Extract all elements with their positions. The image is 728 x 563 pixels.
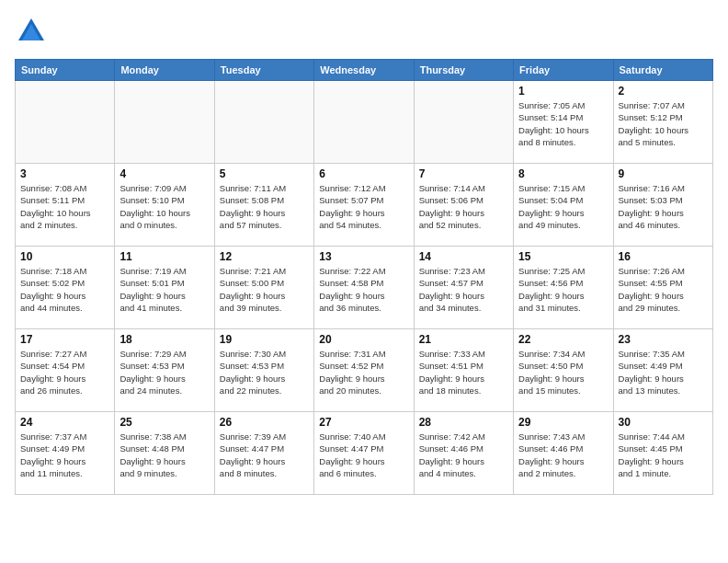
day-cell: 17Sunrise: 7:27 AM Sunset: 4:54 PM Dayli… bbox=[16, 329, 115, 412]
day-number: 30 bbox=[619, 416, 708, 429]
day-info: Sunrise: 7:27 AM Sunset: 4:54 PM Dayligh… bbox=[20, 348, 109, 396]
day-cell bbox=[214, 81, 313, 164]
day-info: Sunrise: 7:34 AM Sunset: 4:50 PM Dayligh… bbox=[518, 348, 608, 396]
day-number: 2 bbox=[619, 85, 708, 98]
day-cell: 6Sunrise: 7:12 AM Sunset: 5:07 PM Daylig… bbox=[314, 164, 414, 247]
day-info: Sunrise: 7:16 AM Sunset: 5:03 PM Dayligh… bbox=[619, 182, 708, 231]
weekday-header: Wednesday bbox=[314, 60, 414, 81]
day-info: Sunrise: 7:44 AM Sunset: 4:45 PM Dayligh… bbox=[619, 431, 708, 479]
day-number: 23 bbox=[619, 333, 708, 346]
day-number: 18 bbox=[119, 333, 209, 346]
weekday-header-row: SundayMondayTuesdayWednesdayThursdayFrid… bbox=[16, 60, 713, 81]
day-number: 3 bbox=[20, 167, 109, 180]
day-number: 29 bbox=[518, 416, 608, 429]
day-info: Sunrise: 7:40 AM Sunset: 4:47 PM Dayligh… bbox=[319, 431, 408, 479]
day-number: 25 bbox=[119, 416, 209, 429]
logo bbox=[15, 15, 53, 48]
day-info: Sunrise: 7:07 AM Sunset: 5:12 PM Dayligh… bbox=[619, 99, 708, 148]
day-info: Sunrise: 7:39 AM Sunset: 4:47 PM Dayligh… bbox=[220, 431, 309, 479]
day-number: 5 bbox=[220, 167, 309, 180]
day-number: 15 bbox=[518, 250, 608, 263]
weekday-header: Thursday bbox=[414, 60, 513, 81]
day-cell: 7Sunrise: 7:14 AM Sunset: 5:06 PM Daylig… bbox=[414, 164, 513, 247]
day-number: 16 bbox=[619, 250, 708, 263]
day-number: 13 bbox=[319, 250, 408, 263]
day-info: Sunrise: 7:12 AM Sunset: 5:07 PM Dayligh… bbox=[319, 182, 408, 231]
day-cell: 14Sunrise: 7:23 AM Sunset: 4:57 PM Dayli… bbox=[414, 247, 513, 329]
day-cell: 15Sunrise: 7:25 AM Sunset: 4:56 PM Dayli… bbox=[514, 247, 613, 329]
week-row: 17Sunrise: 7:27 AM Sunset: 4:54 PM Dayli… bbox=[16, 329, 713, 412]
calendar: SundayMondayTuesdayWednesdayThursdayFrid… bbox=[15, 59, 713, 495]
weekday-header: Tuesday bbox=[214, 60, 313, 81]
day-info: Sunrise: 7:23 AM Sunset: 4:57 PM Dayligh… bbox=[419, 265, 508, 314]
day-info: Sunrise: 7:35 AM Sunset: 4:49 PM Dayligh… bbox=[619, 348, 708, 396]
day-cell: 28Sunrise: 7:42 AM Sunset: 4:46 PM Dayli… bbox=[414, 412, 513, 495]
weekday-header: Sunday bbox=[16, 60, 115, 81]
day-cell: 9Sunrise: 7:16 AM Sunset: 5:03 PM Daylig… bbox=[613, 164, 712, 247]
week-row: 1Sunrise: 7:05 AM Sunset: 5:14 PM Daylig… bbox=[16, 81, 713, 164]
day-cell: 26Sunrise: 7:39 AM Sunset: 4:47 PM Dayli… bbox=[214, 412, 313, 495]
day-number: 24 bbox=[20, 416, 109, 429]
day-cell bbox=[115, 81, 214, 164]
day-cell: 12Sunrise: 7:21 AM Sunset: 5:00 PM Dayli… bbox=[214, 247, 313, 329]
day-cell: 1Sunrise: 7:05 AM Sunset: 5:14 PM Daylig… bbox=[514, 81, 613, 164]
logo-icon bbox=[15, 15, 48, 48]
weekday-header: Friday bbox=[514, 60, 613, 81]
day-cell: 27Sunrise: 7:40 AM Sunset: 4:47 PM Dayli… bbox=[314, 412, 414, 495]
day-info: Sunrise: 7:37 AM Sunset: 4:49 PM Dayligh… bbox=[20, 431, 109, 479]
day-info: Sunrise: 7:18 AM Sunset: 5:02 PM Dayligh… bbox=[20, 265, 109, 314]
day-cell: 24Sunrise: 7:37 AM Sunset: 4:49 PM Dayli… bbox=[16, 412, 115, 495]
day-cell: 4Sunrise: 7:09 AM Sunset: 5:10 PM Daylig… bbox=[115, 164, 214, 247]
day-info: Sunrise: 7:15 AM Sunset: 5:04 PM Dayligh… bbox=[518, 182, 608, 231]
day-cell: 19Sunrise: 7:30 AM Sunset: 4:53 PM Dayli… bbox=[214, 329, 313, 412]
day-cell: 29Sunrise: 7:43 AM Sunset: 4:46 PM Dayli… bbox=[514, 412, 613, 495]
day-info: Sunrise: 7:14 AM Sunset: 5:06 PM Dayligh… bbox=[419, 182, 508, 231]
weekday-header: Saturday bbox=[613, 60, 712, 81]
day-cell: 10Sunrise: 7:18 AM Sunset: 5:02 PM Dayli… bbox=[16, 247, 115, 329]
day-info: Sunrise: 7:09 AM Sunset: 5:10 PM Dayligh… bbox=[119, 182, 209, 231]
day-number: 11 bbox=[119, 250, 209, 263]
day-number: 14 bbox=[419, 250, 508, 263]
day-cell: 25Sunrise: 7:38 AM Sunset: 4:48 PM Dayli… bbox=[115, 412, 214, 495]
day-cell: 22Sunrise: 7:34 AM Sunset: 4:50 PM Dayli… bbox=[514, 329, 613, 412]
day-cell: 2Sunrise: 7:07 AM Sunset: 5:12 PM Daylig… bbox=[613, 81, 712, 164]
day-cell: 20Sunrise: 7:31 AM Sunset: 4:52 PM Dayli… bbox=[314, 329, 414, 412]
day-number: 21 bbox=[419, 333, 508, 346]
day-cell: 16Sunrise: 7:26 AM Sunset: 4:55 PM Dayli… bbox=[613, 247, 712, 329]
day-info: Sunrise: 7:26 AM Sunset: 4:55 PM Dayligh… bbox=[619, 265, 708, 314]
day-info: Sunrise: 7:11 AM Sunset: 5:08 PM Dayligh… bbox=[220, 182, 309, 231]
day-info: Sunrise: 7:29 AM Sunset: 4:53 PM Dayligh… bbox=[119, 348, 209, 396]
day-cell bbox=[314, 81, 414, 164]
day-cell: 18Sunrise: 7:29 AM Sunset: 4:53 PM Dayli… bbox=[115, 329, 214, 412]
day-cell: 5Sunrise: 7:11 AM Sunset: 5:08 PM Daylig… bbox=[214, 164, 313, 247]
day-number: 19 bbox=[220, 333, 309, 346]
day-cell: 23Sunrise: 7:35 AM Sunset: 4:49 PM Dayli… bbox=[613, 329, 712, 412]
day-info: Sunrise: 7:30 AM Sunset: 4:53 PM Dayligh… bbox=[220, 348, 309, 396]
day-number: 12 bbox=[220, 250, 309, 263]
day-info: Sunrise: 7:33 AM Sunset: 4:51 PM Dayligh… bbox=[419, 348, 508, 396]
day-number: 1 bbox=[518, 85, 608, 98]
day-info: Sunrise: 7:21 AM Sunset: 5:00 PM Dayligh… bbox=[220, 265, 309, 314]
day-number: 27 bbox=[319, 416, 408, 429]
day-info: Sunrise: 7:22 AM Sunset: 4:58 PM Dayligh… bbox=[319, 265, 408, 314]
day-number: 8 bbox=[518, 167, 608, 180]
day-info: Sunrise: 7:25 AM Sunset: 4:56 PM Dayligh… bbox=[518, 265, 608, 314]
day-number: 9 bbox=[619, 167, 708, 180]
week-row: 24Sunrise: 7:37 AM Sunset: 4:49 PM Dayli… bbox=[16, 412, 713, 495]
day-cell: 3Sunrise: 7:08 AM Sunset: 5:11 PM Daylig… bbox=[16, 164, 115, 247]
day-cell: 11Sunrise: 7:19 AM Sunset: 5:01 PM Dayli… bbox=[115, 247, 214, 329]
day-number: 6 bbox=[319, 167, 408, 180]
day-cell: 21Sunrise: 7:33 AM Sunset: 4:51 PM Dayli… bbox=[414, 329, 513, 412]
day-cell: 13Sunrise: 7:22 AM Sunset: 4:58 PM Dayli… bbox=[314, 247, 414, 329]
day-info: Sunrise: 7:08 AM Sunset: 5:11 PM Dayligh… bbox=[20, 182, 109, 231]
day-number: 17 bbox=[20, 333, 109, 346]
day-number: 4 bbox=[119, 167, 209, 180]
day-number: 28 bbox=[419, 416, 508, 429]
page-header bbox=[15, 15, 713, 48]
day-info: Sunrise: 7:38 AM Sunset: 4:48 PM Dayligh… bbox=[119, 431, 209, 479]
day-info: Sunrise: 7:31 AM Sunset: 4:52 PM Dayligh… bbox=[319, 348, 408, 396]
day-cell bbox=[414, 81, 513, 164]
day-info: Sunrise: 7:42 AM Sunset: 4:46 PM Dayligh… bbox=[419, 431, 508, 479]
day-info: Sunrise: 7:05 AM Sunset: 5:14 PM Dayligh… bbox=[518, 99, 608, 148]
day-cell bbox=[16, 81, 115, 164]
